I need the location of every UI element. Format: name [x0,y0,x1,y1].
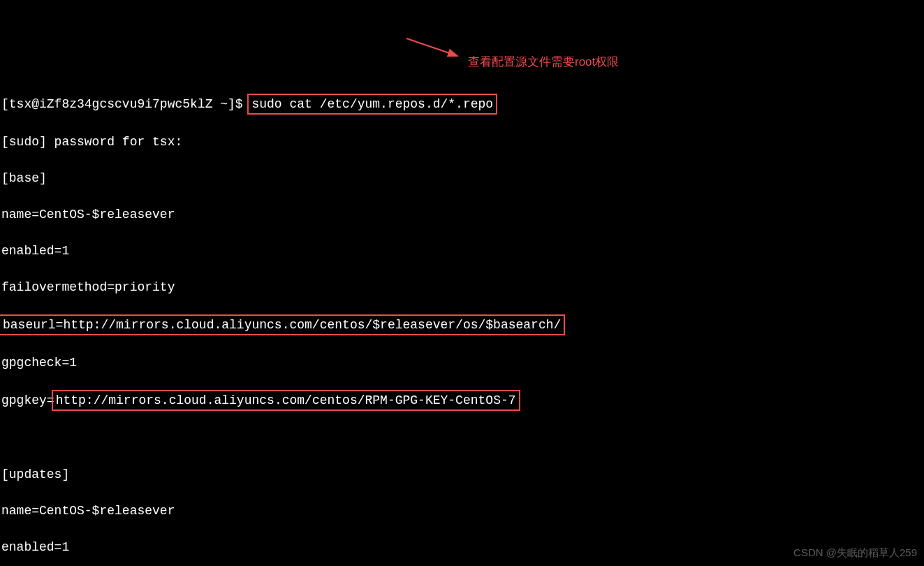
base-gpgcheck: gpgcheck=1 [1,354,923,372]
base-gpgkey-box: http://mirrors.cloud.aliyuncs.com/centos… [52,390,520,411]
sudo-prompt: [sudo] password for tsx: [1,133,923,151]
shell-prompt: [tsx@iZf8z34gcscvu9i7pwc5klZ ~]$ [1,97,250,111]
base-gpgkey-value: http://mirrors.cloud.aliyuncs.com/centos… [56,393,516,407]
command-highlight-box: sudo cat /etc/yum.repos.d/*.repo [247,94,497,115]
base-baseurl: baseurl=http://mirrors.cloud.aliyuncs.co… [3,318,561,332]
base-gpgkey-prefix: gpgkey= [1,393,54,407]
updates-name: name=CentOS-$releasever [1,502,923,520]
base-enabled: enabled=1 [1,242,923,260]
base-baseurl-box: baseurl=http://mirrors.cloud.aliyuncs.co… [0,314,565,335]
svg-line-1 [406,38,457,56]
blank-line [1,429,923,447]
command-text: sudo cat /etc/yum.repos.d/*.repo [251,97,493,111]
base-name: name=CentOS-$releasever [1,205,923,224]
annotation-text: 查看配置源文件需要root权限 [468,53,619,71]
base-header: [base] [1,169,923,187]
base-failover: failovermethod=priority [1,278,923,296]
terminal-output[interactable]: [tsx@iZf8z34gcscvu9i7pwc5klZ ~]$ sudo ca… [0,73,924,566]
updates-enabled: enabled=1 [1,538,923,556]
annotation-arrow-icon [398,31,468,66]
updates-header: [updates] [1,465,923,484]
watermark-text: CSDN @失眠的稻草人259 [793,544,917,562]
